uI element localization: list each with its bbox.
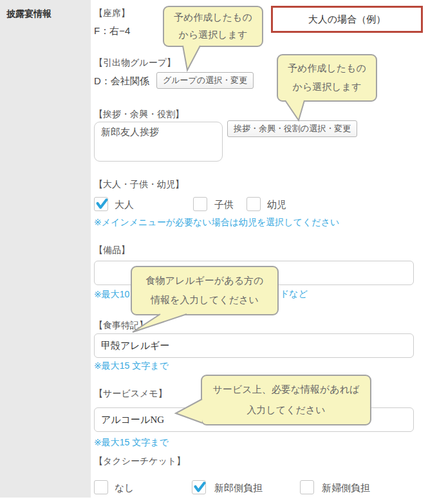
- checkbox-child[interactable]: [193, 197, 207, 211]
- checkbox-infant[interactable]: [247, 197, 261, 211]
- gift-group-label: 【引出物グループ】: [94, 57, 176, 69]
- equipment-note-right: ドなど: [280, 288, 308, 300]
- checkbox-taxi-groom[interactable]: [192, 480, 206, 494]
- tooltip-bubble-seat: 予め作成したもの から選択します: [163, 6, 263, 47]
- tooltip-line: 予め作成したもの: [278, 62, 376, 75]
- role-textarea[interactable]: 新郎友人挨拶: [94, 122, 223, 162]
- gift-group-select-button[interactable]: グループの選択・変更: [156, 72, 254, 89]
- check-icon: [192, 480, 207, 494]
- gift-group-value: D：会社関係: [94, 75, 149, 88]
- checkbox-taxi-none-label: なし: [115, 482, 135, 494]
- service-memo-note: ※最大15 文字まで: [94, 437, 169, 449]
- tooltip-line: 情報を入力してください: [132, 294, 277, 306]
- tooltip-line: サービス上、必要な情報があれば: [202, 384, 370, 396]
- checkbox-infant-label: 幼児: [267, 199, 286, 211]
- seat-value: F：右−4: [94, 25, 130, 37]
- role-select-button[interactable]: 挨拶・余興・役割の選択・変更: [227, 120, 357, 137]
- checkbox-taxi-groom-label: 新郎側負担: [214, 482, 263, 494]
- section-title: 披露宴情報: [6, 8, 51, 20]
- example-badge: 大人の場合（例）: [271, 6, 423, 33]
- taxi-label: 【タクシーチケット】: [94, 456, 185, 467]
- tooltip-line: 食物アレルギーがある方の: [132, 275, 277, 287]
- checkbox-taxi-bride[interactable]: [300, 480, 314, 494]
- tooltip-bubble-service: サービス上、必要な情報があれば 入力してください: [201, 375, 371, 425]
- seat-label: 【座席】: [94, 8, 130, 19]
- checkbox-taxi-bride-label: 新婦側負担: [322, 482, 370, 494]
- equipment-label: 【備品】: [94, 245, 130, 256]
- bubble-tail-seat: [183, 46, 200, 70]
- meal-label: 【食事特記】: [94, 320, 148, 331]
- age-label: 【大人・子供・幼児】: [94, 179, 184, 191]
- role-label: 【挨拶・余興・役割】: [94, 109, 184, 120]
- checkbox-taxi-none[interactable]: [94, 480, 108, 494]
- tooltip-line: 入力してください: [202, 404, 370, 416]
- tooltip-line: から選択します: [278, 81, 376, 93]
- tooltip-bubble-group: 予め作成したもの から選択します: [277, 54, 377, 102]
- meal-note: ※最大15 文字まで: [94, 360, 169, 372]
- tooltip-line: 予め作成したもの: [164, 12, 262, 24]
- checkbox-adult[interactable]: [94, 197, 108, 211]
- tooltip-line: から選択します: [164, 29, 262, 41]
- service-memo-label: 【サービスメモ】: [94, 388, 167, 400]
- checkbox-child-label: 子供: [214, 199, 234, 211]
- sidebar: [0, 0, 91, 498]
- bubble-tail-group: [285, 100, 304, 120]
- checkbox-adult-label: 大人: [115, 199, 134, 211]
- meal-input[interactable]: [94, 333, 414, 358]
- reception-info-form: 披露宴情報 【座席】 F：右−4 大人の場合（例） 予め作成したもの から選択し…: [0, 0, 428, 504]
- check-icon: [95, 196, 109, 210]
- age-note: ※メインメニューが必要ない場合は幼児を選択してください: [94, 217, 339, 229]
- tooltip-bubble-meal: 食物アレルギーがある方の 情報を入力してください: [131, 266, 279, 315]
